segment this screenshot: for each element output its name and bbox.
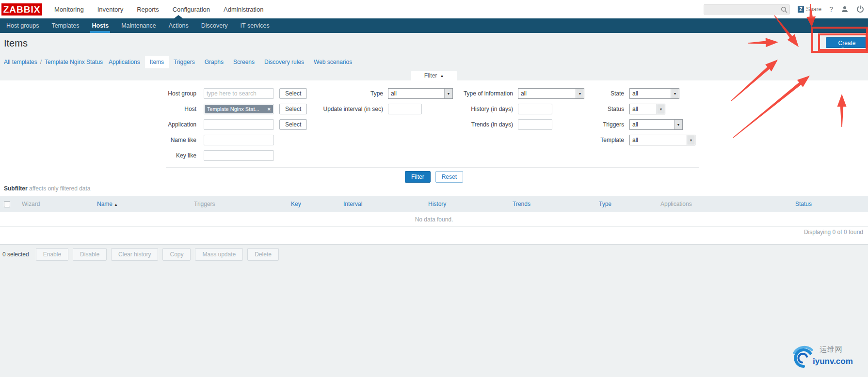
filter-reset-button[interactable]: Reset <box>435 171 463 183</box>
trends-input[interactable] <box>518 119 552 130</box>
delete-button[interactable]: Delete <box>247 248 279 261</box>
subnav-host-groups[interactable]: Host groups <box>0 18 45 33</box>
help-button[interactable]: ? <box>829 5 833 13</box>
zabbix-logo[interactable]: ZABBIX <box>1 3 42 16</box>
create-item-button[interactable]: Create item <box>826 37 868 48</box>
state-select[interactable]: all ▼ <box>629 88 679 99</box>
subnav-hosts[interactable]: Hosts <box>85 18 115 33</box>
page-header: Items Create item All templates / Templa… <box>0 33 868 80</box>
dropdown-arrow-icon: ▼ <box>687 135 695 145</box>
breadcrumb-template-nginx-status[interactable]: Template Nginx Status <box>45 59 103 65</box>
share-label: Share <box>806 6 821 13</box>
tab-discovery-rules[interactable]: Discovery rules <box>259 56 309 68</box>
name-like-input[interactable] <box>204 135 274 145</box>
col-triggers: Triggers <box>194 196 215 212</box>
collapse-up-icon: ▲ <box>440 74 444 78</box>
host-group-label: Host group <box>99 88 196 99</box>
mass-update-button[interactable]: Mass update <box>195 248 243 261</box>
subnav-actions[interactable]: Actions <box>162 18 195 33</box>
search-input[interactable] <box>706 5 779 14</box>
status-select[interactable]: all ▼ <box>629 104 665 114</box>
subfilter-note: Subfilter affects only filtered data <box>4 185 91 192</box>
dropdown-arrow-icon: ▼ <box>671 89 679 98</box>
breadcrumb-all-templates[interactable]: All templates <box>4 59 37 65</box>
filter-collapse-tab[interactable]: Filter ▲ <box>411 71 457 80</box>
tab-graphs[interactable]: Graphs <box>200 56 228 68</box>
template-label: Template <box>558 135 624 145</box>
page-title: Items <box>4 38 28 49</box>
power-icon <box>856 5 864 13</box>
template-select[interactable]: all ▼ <box>629 135 695 145</box>
profile-button[interactable] <box>841 5 849 13</box>
sort-asc-icon: ▲ <box>114 203 118 207</box>
nav-monitoring[interactable]: Monitoring <box>48 6 91 13</box>
subnav-it-services[interactable]: IT services <box>234 18 276 33</box>
chip-remove-icon[interactable]: × <box>268 106 271 112</box>
update-interval-input[interactable] <box>388 104 422 114</box>
col-type[interactable]: Type <box>599 196 611 212</box>
tab-screens[interactable]: Screens <box>228 56 259 68</box>
col-interval[interactable]: Interval <box>343 196 362 212</box>
application-input[interactable] <box>204 119 274 130</box>
selected-count: 0 selected <box>2 251 29 258</box>
history-input[interactable] <box>518 104 552 114</box>
key-like-label: Key like <box>99 150 196 161</box>
key-like-input[interactable] <box>204 150 274 161</box>
topbar-right: Z Share ? <box>704 0 864 18</box>
name-like-label: Name like <box>99 135 196 145</box>
host-chip: Template Nginx Stat... × <box>205 105 273 113</box>
application-select-button[interactable]: Select <box>279 119 307 130</box>
empty-table-message: No data found. <box>0 212 868 227</box>
enable-button[interactable]: Enable <box>36 248 68 261</box>
application-label: Application <box>99 119 196 130</box>
iyunv-watermark: 运维网 iyunv.com <box>789 342 862 372</box>
copy-button[interactable]: Copy <box>162 248 191 261</box>
subnav-maintenance[interactable]: Maintenance <box>115 18 162 33</box>
col-key[interactable]: Key <box>291 196 301 212</box>
nav-administration[interactable]: Administration <box>217 6 270 13</box>
col-status[interactable]: Status <box>795 196 812 212</box>
main-nav: Monitoring Inventory Reports Configurati… <box>48 0 270 18</box>
tab-items[interactable]: Items <box>145 56 169 68</box>
state-label: State <box>558 88 624 99</box>
col-trends[interactable]: Trends <box>513 196 530 212</box>
share-button[interactable]: Z Share <box>798 6 821 13</box>
subnav-templates[interactable]: Templates <box>45 18 85 33</box>
trends-label: Trends (in days) <box>427 119 513 130</box>
subnav-discovery[interactable]: Discovery <box>195 18 234 33</box>
filter-apply-button[interactable]: Filter <box>405 171 431 183</box>
triggers-select[interactable]: all ▼ <box>629 119 683 130</box>
host-input[interactable]: Template Nginx Stat... × <box>204 104 274 114</box>
status-label: Status <box>558 104 624 114</box>
top-bar: ZABBIX Monitoring Inventory Reports Conf… <box>0 0 868 18</box>
watermark-domain-text: iyunv.com <box>813 357 853 366</box>
nav-inventory[interactable]: Inventory <box>91 6 130 13</box>
host-label: Host <box>99 104 196 114</box>
table-header: Wizard Name▲ Triggers Key Interval Histo… <box>0 196 868 212</box>
search-icon[interactable] <box>781 6 788 15</box>
content-panel: Host group Select Host Template Nginx St… <box>0 80 868 245</box>
type-label: Type <box>291 88 383 99</box>
logout-button[interactable] <box>856 5 864 13</box>
breadcrumb: All templates / Template Nginx Status <box>4 56 103 68</box>
table-summary: Displaying 0 of 0 found <box>804 229 863 236</box>
dropdown-arrow-icon: ▼ <box>657 104 665 114</box>
tab-web-scenarios[interactable]: Web scenarios <box>309 56 357 68</box>
active-nav-notch <box>174 15 183 18</box>
tab-triggers[interactable]: Triggers <box>169 56 200 68</box>
clear-history-button[interactable]: Clear history <box>111 248 158 261</box>
nav-reports[interactable]: Reports <box>130 6 166 13</box>
col-applications: Applications <box>660 196 692 212</box>
disable-button[interactable]: Disable <box>73 248 107 261</box>
sub-nav-bar: Host groups Templates Hosts Maintenance … <box>0 18 868 33</box>
select-all-checkbox[interactable] <box>4 201 10 207</box>
breadcrumb-separator: / <box>40 59 42 65</box>
nav-configuration[interactable]: Configuration <box>166 6 217 13</box>
host-group-input[interactable] <box>204 88 274 99</box>
col-name[interactable]: Name▲ <box>97 196 118 213</box>
dropdown-arrow-icon: ▼ <box>674 120 682 129</box>
tab-applications[interactable]: Applications <box>104 56 145 68</box>
entity-tabs: Applications Items Triggers Graphs Scree… <box>104 56 357 68</box>
col-history[interactable]: History <box>428 196 446 212</box>
type-of-information-label: Type of information <box>427 88 513 99</box>
